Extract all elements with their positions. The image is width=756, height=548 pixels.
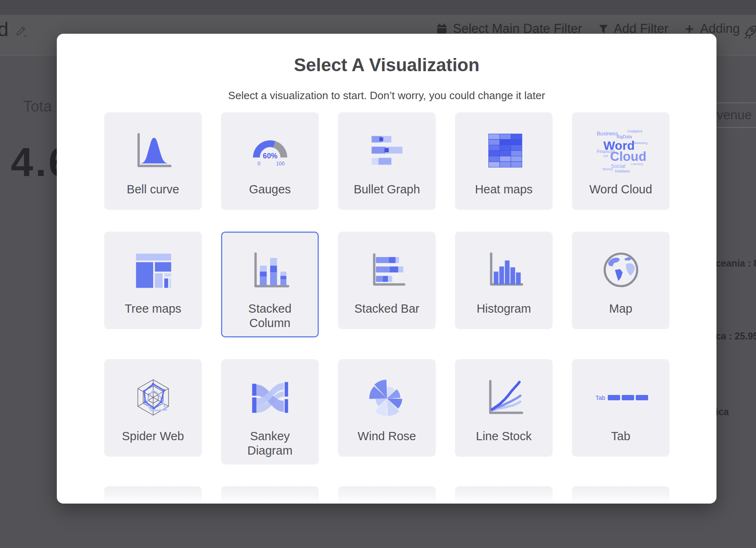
viz-card-partial[interactable] (338, 486, 436, 504)
revenue-chip-label: venue (717, 108, 751, 123)
revenue-chip[interactable]: venue (714, 102, 756, 128)
viz-card-label: Stacked Column (232, 302, 308, 337)
dialog-subtitle: Select a visualization to start. Don’t w… (57, 89, 716, 102)
tree-map-icon (132, 248, 175, 291)
stacked-column-icon (249, 248, 292, 291)
sankey-icon (249, 376, 292, 419)
viz-card-label: Gauges (232, 182, 308, 203)
svg-text:HR: HR (603, 154, 608, 158)
viz-card-label: Wind Rose (349, 429, 425, 450)
page: d Select Main Date Filter Add Filter (0, 0, 756, 548)
select-visualization-dialog: Select A Visualization Select a visualiz… (57, 34, 716, 504)
viz-card-stacked-bar[interactable]: Stacked Bar (338, 232, 436, 329)
viz-card-partial[interactable] (572, 486, 670, 504)
word-cloud-icon: Business Analytics BigData Word Marketin… (590, 125, 652, 176)
viz-card-partial[interactable] (221, 486, 319, 504)
viz-card-heat-maps[interactable]: Heat maps (455, 112, 553, 210)
svg-text:Marketing: Marketing (634, 141, 647, 145)
calendar-icon (436, 23, 448, 35)
rocket-button[interactable] (744, 24, 756, 42)
viz-card-label: Stacked Bar (349, 302, 425, 323)
svg-text:Social: Social (611, 163, 625, 169)
viz-card-label: Bell curve (115, 182, 191, 203)
viz-card-label: Tree maps (115, 302, 191, 323)
histogram-icon (483, 248, 525, 291)
plus-icon (684, 23, 695, 35)
viz-card-label: Map (583, 302, 659, 323)
svg-text:Tab: Tab (595, 394, 605, 401)
viz-card-map[interactable]: Map (572, 232, 670, 329)
visualization-grid: Bell curve 60% 0 100 Gauges (104, 112, 670, 504)
viz-card-bullet-graph[interactable]: Bullet Graph (338, 112, 436, 210)
viz-card-label: Tab (583, 429, 659, 450)
svg-text:Business: Business (597, 131, 618, 137)
viz-card-label: Line Stock (466, 429, 542, 450)
viz-card-spider-web[interactable]: Spider Web (104, 359, 202, 457)
stacked-bar-icon (366, 248, 408, 291)
svg-text:Analytics: Analytics (627, 129, 642, 133)
viz-card-label: Histogram (466, 302, 542, 323)
viz-card-wind-rose[interactable]: Wind Rose (338, 359, 436, 457)
viz-card-sankey-diagram[interactable]: Sankey Diagram (221, 359, 319, 465)
viz-card-histogram[interactable]: Histogram (455, 232, 553, 329)
dialog-title: Select A Visualization (57, 54, 716, 76)
viz-card-stacked-column[interactable]: Stacked Column (221, 232, 319, 337)
legend-fragment-america: ica (716, 406, 729, 418)
line-stock-icon (483, 376, 525, 419)
funnel-icon (598, 23, 609, 35)
viz-card-tree-maps[interactable]: Tree maps (104, 232, 202, 329)
heat-map-icon (483, 129, 525, 172)
svg-text:0: 0 (257, 161, 260, 167)
svg-text:Learning: Learning (631, 162, 643, 166)
viz-card-gauges[interactable]: 60% 0 100 Gauges (221, 112, 319, 210)
viz-card-label: Bullet Graph (349, 182, 425, 203)
viz-card-label: Spider Web (115, 429, 191, 450)
legend-fragment-africa: ca : 25.95 (716, 331, 756, 342)
viz-card-word-cloud[interactable]: Business Analytics BigData Word Marketin… (572, 112, 670, 210)
backdrop-header-band (0, 0, 756, 15)
dashboard-title-fragment: d (0, 18, 9, 41)
svg-text:Money: Money (602, 167, 614, 171)
tab-icon: Tab (590, 377, 652, 418)
metric-title-fragment: Tota (23, 98, 52, 115)
viz-card-tab[interactable]: Tab Tab (572, 359, 670, 457)
viz-card-label: Heat maps (466, 182, 542, 203)
gauge-icon: 60% 0 100 (249, 131, 292, 170)
viz-card-label: Word Cloud (583, 182, 659, 203)
viz-card-bell-curve[interactable]: Bell curve (104, 112, 202, 210)
edit-title-button[interactable] (15, 25, 27, 39)
svg-text:60%: 60% (263, 152, 278, 160)
legend-fragment-oceania: ceania : 8 (716, 258, 756, 269)
svg-text:Database: Database (615, 169, 630, 173)
viz-card-partial[interactable] (104, 486, 202, 504)
rocket-icon (744, 24, 756, 40)
viz-card-partial[interactable] (455, 486, 553, 504)
wind-rose-icon (365, 375, 409, 420)
globe-icon (600, 248, 642, 291)
bullet-graph-icon (366, 129, 408, 172)
pencil-icon (15, 25, 27, 37)
viz-card-label: Sankey Diagram (232, 429, 308, 465)
bell-curve-icon (132, 129, 175, 172)
svg-text:100: 100 (276, 161, 285, 167)
viz-card-line-stock[interactable]: Line Stock (455, 359, 553, 457)
spider-web-icon (131, 375, 175, 420)
